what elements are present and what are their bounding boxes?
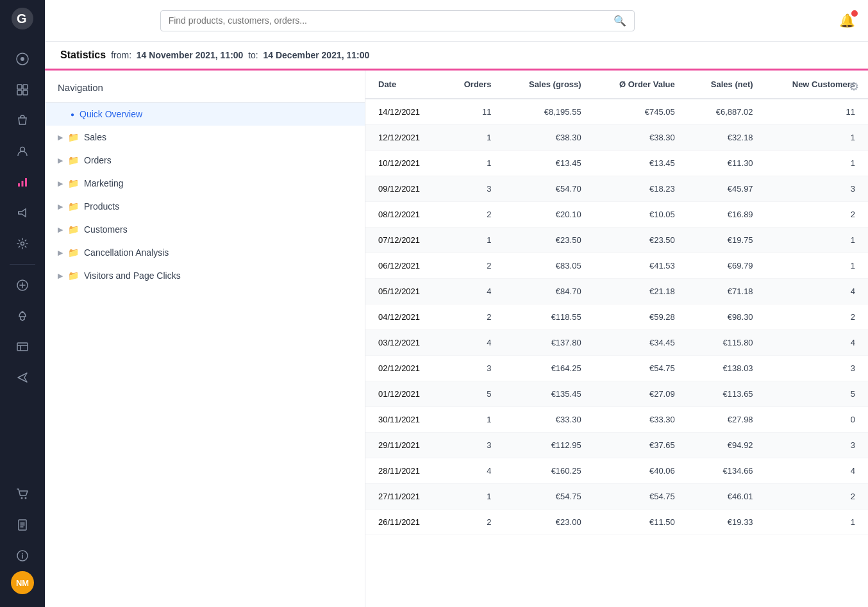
cell-sales-gross: €23.50 [504,228,594,253]
svg-rect-5 [23,85,28,89]
cell-order-value: €11.50 [594,510,688,535]
chevron-icon: ▶ [58,133,63,142]
nav-item-cancellation[interactable]: ▶ 📁 Cancellation Analysis [45,241,365,264]
nav-item-products[interactable]: ▶ 📁 Products [45,195,365,218]
table-row: 06/12/2021 2 €83.05 €41.53 €69.79 1 [365,253,868,279]
add-icon[interactable] [10,272,35,298]
rocket-icon[interactable] [10,303,35,329]
report-icon[interactable] [10,512,35,538]
cell-sales-net: €32.18 [688,125,766,151]
table-icon[interactable] [10,334,35,360]
svg-point-15 [21,497,23,499]
cell-sales-net: €98.30 [688,304,766,330]
dashboard-icon[interactable] [10,46,35,72]
notification-icon[interactable]: 🔔 [839,13,855,28]
cell-sales-net: €19.75 [688,228,766,253]
cell-new-customers: 1 [766,510,868,535]
chevron-icon: ▶ [58,226,63,234]
cell-order-value: €59.28 [594,304,688,330]
nav-item-visitors[interactable]: ▶ 📁 Visitors and Page Clicks [45,264,365,287]
nav-item-label: Visitors and Page Clicks [84,270,181,281]
cell-sales-gross: €20.10 [504,202,594,228]
chevron-icon: ▶ [58,156,63,165]
nav-item-label: Quick Overview [79,109,142,119]
cell-new-customers: 5 [766,381,868,407]
nav-item-customers[interactable]: ▶ 📁 Customers [45,218,365,241]
grid-icon[interactable] [10,77,35,103]
gear-icon[interactable] [10,231,35,256]
topbar: 🔍 🔔 [45,0,868,42]
col-header-order-value: Ø Order Value [594,71,688,99]
folder-icon-sales: 📁 [68,132,79,142]
cell-sales-net: €46.01 [688,484,766,510]
cell-new-customers: 1 [766,228,868,253]
cell-orders: 4 [443,279,504,304]
nav-item-label: Orders [84,155,112,165]
cell-sales-net: €138.03 [688,356,766,381]
search-box[interactable]: 🔍 [160,10,635,31]
table-row: 02/12/2021 3 €164.25 €54.75 €138.03 3 [365,356,868,381]
statistics-icon[interactable] [10,169,35,195]
cell-sales-net: €69.79 [688,253,766,279]
nav-item-marketing[interactable]: ▶ 📁 Marketing [45,172,365,195]
cell-date: 06/12/2021 [365,253,443,279]
cell-sales-net: €113.65 [688,381,766,407]
app-logo[interactable]: G [10,6,35,31]
col-header-date: Date [365,71,443,99]
svg-text:G: G [17,12,27,26]
cell-sales-gross: €23.00 [504,510,594,535]
search-input[interactable] [169,15,613,26]
users-icon[interactable] [10,138,35,164]
cell-orders: 1 [443,484,504,510]
cell-sales-gross: €164.25 [504,356,594,381]
table-row: 29/11/2021 3 €112.95 €37.65 €94.92 3 [365,433,868,458]
plane-icon[interactable] [10,365,35,390]
user-avatar[interactable]: NM [11,571,34,594]
nav-item-sales[interactable]: ▶ 📁 Sales [45,126,365,149]
table-settings-icon[interactable]: ⚙ [849,79,859,94]
page-title: Statistics [60,49,106,61]
col-header-sales-gross: Sales (gross) [504,71,594,99]
topbar-right: 🔔 [839,13,855,28]
cell-orders: 4 [443,458,504,484]
cell-sales-gross: €137.80 [504,330,594,356]
cell-new-customers: 1 [766,253,868,279]
nav-item-quick-overview[interactable]: ● Quick Overview [45,103,365,126]
cell-sales-net: €19.33 [688,510,766,535]
cell-sales-net: €11.30 [688,151,766,176]
cell-order-value: €745.05 [594,99,688,125]
chevron-icon: ▶ [58,272,63,280]
cell-orders: 3 [443,176,504,202]
folder-icon-marketing: 📁 [68,178,79,188]
cell-orders: 2 [443,253,504,279]
cell-new-customers: 2 [766,484,868,510]
bag-icon[interactable] [10,108,35,133]
cell-date: 27/11/2021 [365,484,443,510]
cell-sales-net: €16.89 [688,202,766,228]
cell-date: 03/12/2021 [365,330,443,356]
cell-new-customers: 3 [766,433,868,458]
cell-date: 12/12/2021 [365,125,443,151]
cell-date: 29/11/2021 [365,433,443,458]
cart-icon[interactable] [10,481,35,507]
nav-item-label: Products [84,201,119,212]
chevron-icon: ▶ [58,249,63,257]
table-area: ⚙ Date Orders Sales (gross) Ø Order Valu… [365,71,868,607]
cell-sales-gross: €135.45 [504,381,594,407]
table-row: 27/11/2021 1 €54.75 €54.75 €46.01 2 [365,484,868,510]
folder-icon-cancellation: 📁 [68,247,79,258]
cell-order-value: €54.75 [594,356,688,381]
info-icon[interactable] [10,543,35,569]
table-row: 09/12/2021 3 €54.70 €18.23 €45.97 3 [365,176,868,202]
active-indicator: ● [71,111,74,118]
cell-sales-gross: €8,195.55 [504,99,594,125]
table-row: 07/12/2021 1 €23.50 €23.50 €19.75 1 [365,228,868,253]
table-row: 26/11/2021 2 €23.00 €11.50 €19.33 1 [365,510,868,535]
cell-date: 01/12/2021 [365,381,443,407]
content-area: Navigation ● Quick Overview ▶ 📁 Sales ▶ … [45,71,868,607]
cell-sales-net: €71.18 [688,279,766,304]
svg-rect-14 [17,343,28,351]
nav-item-orders[interactable]: ▶ 📁 Orders [45,149,365,172]
megaphone-icon[interactable] [10,200,35,226]
table-row: 30/11/2021 1 €33.30 €33.30 €27.98 0 [365,407,868,433]
